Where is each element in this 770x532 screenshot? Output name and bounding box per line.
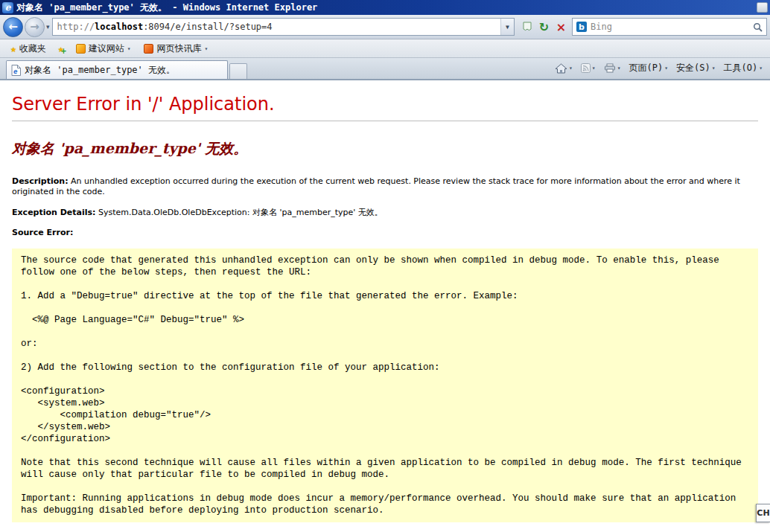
navigation-bar: ← → ▾ http://localhost:8094/e/install/?s… xyxy=(0,15,770,39)
address-dropdown-button[interactable]: ▼ xyxy=(500,19,514,35)
browser-window: e 对象名 'pa_member_type' 无效。 - Windows Int… xyxy=(0,0,770,532)
rss-icon xyxy=(581,63,591,73)
printer-icon xyxy=(604,63,616,73)
favorites-button[interactable]: ★ 收藏夹 xyxy=(4,40,52,57)
refresh-button[interactable]: ↻ xyxy=(535,19,553,36)
horizontal-rule xyxy=(12,121,758,121)
suggested-sites-icon xyxy=(76,44,86,54)
exception-details-text: System.Data.OleDb.OleDbException: 对象名 'p… xyxy=(98,208,383,217)
suggested-sites-label: 建议网站 xyxy=(89,42,124,55)
home-button[interactable]: ▾ xyxy=(552,62,576,75)
description-paragraph: Description: An unhandled exception occu… xyxy=(12,176,758,197)
source-error-label: Source Error: xyxy=(12,228,73,237)
compatibility-view-icon xyxy=(522,22,532,32)
url-path: :8094/e/install/?setup=4 xyxy=(143,22,272,32)
error-subheading: 对象名 'pa_member_type' 无效。 xyxy=(12,139,758,158)
chevron-down-icon: ▾ xyxy=(592,65,596,71)
chevron-down-icon: ▾ xyxy=(712,65,716,71)
url-domain: localhost xyxy=(95,22,143,32)
tab-bar: e 对象名 'pa_member_type' 无效。 ▾ ▾ ▾ 页面(P) ▾ xyxy=(0,58,770,80)
language-bar-indicator[interactable]: CH xyxy=(756,504,770,522)
page-menu-label: 页面(P) xyxy=(629,62,663,74)
forward-arrow-icon: → xyxy=(30,20,39,33)
source-error-paragraph: Source Error: xyxy=(12,228,758,238)
stop-button[interactable]: × xyxy=(553,19,570,36)
exception-paragraph: Exception Details: System.Data.OleDb.Ole… xyxy=(12,208,758,218)
search-input[interactable]: Bing xyxy=(591,22,612,32)
svg-text:e: e xyxy=(13,67,18,74)
url-protocol: http:// xyxy=(57,22,95,32)
window-control-button[interactable] xyxy=(757,2,768,13)
page-content: Server Error in '/' Application. 对象名 'pa… xyxy=(0,82,770,532)
search-box[interactable]: b Bing xyxy=(572,18,767,36)
page-menu[interactable]: 页面(P) ▾ xyxy=(626,60,671,76)
error-heading: Server Error in '/' Application. xyxy=(12,94,758,115)
forward-button[interactable]: → xyxy=(25,17,45,37)
exception-details-label: Exception Details: xyxy=(12,208,95,217)
star-icon: ★ xyxy=(10,44,16,54)
chevron-down-icon: ▼ xyxy=(506,24,509,31)
safety-menu-label: 安全(S) xyxy=(676,62,710,74)
bing-logo-icon: b xyxy=(576,22,587,32)
ie-logo-icon: e xyxy=(2,2,13,13)
web-slice-gallery-label: 网页快讯库 xyxy=(156,42,201,55)
add-favorite-button[interactable]: ★ + xyxy=(54,42,69,56)
command-bar: ▾ ▾ ▾ 页面(P) ▾ 安全(S) ▾ 工具(O) ▾ xyxy=(552,60,770,79)
back-button[interactable]: ← xyxy=(3,17,23,37)
chevron-down-icon: ▾ xyxy=(569,65,573,71)
plus-icon: + xyxy=(60,47,66,55)
chevron-down-icon: ▾ xyxy=(664,65,668,71)
chevron-down-icon: ▾ xyxy=(127,45,131,52)
home-icon xyxy=(555,63,567,74)
tab-active[interactable]: e 对象名 'pa_member_type' 无效。 xyxy=(6,60,228,79)
safety-menu[interactable]: 安全(S) ▾ xyxy=(673,60,719,76)
chevron-down-icon: ▾ xyxy=(204,45,208,52)
suggested-sites-button[interactable]: 建议网站 ▾ xyxy=(70,40,137,57)
chevron-down-icon: ▾ xyxy=(759,65,763,71)
tools-menu-label: 工具(O) xyxy=(723,62,757,74)
chevron-down-icon: ▾ xyxy=(617,65,621,71)
window-title: 对象名 'pa_member_type' 无效。 - Windows Inter… xyxy=(16,1,754,14)
web-slice-gallery-button[interactable]: 网页快讯库 ▾ xyxy=(138,40,214,57)
tools-menu[interactable]: 工具(O) ▾ xyxy=(720,60,766,76)
search-icon[interactable] xyxy=(753,22,763,32)
back-arrow-icon: ← xyxy=(8,20,18,33)
description-text: An unhandled exception occurred during t… xyxy=(12,176,740,196)
refresh-icon: ↻ xyxy=(539,20,549,34)
feeds-button[interactable]: ▾ xyxy=(578,62,599,74)
title-bar[interactable]: e 对象名 'pa_member_type' 无效。 - Windows Int… xyxy=(0,0,770,15)
print-button[interactable]: ▾ xyxy=(601,62,624,74)
description-label: Description: xyxy=(12,176,69,186)
source-error-box: The source code that generated this unha… xyxy=(12,249,758,522)
tab-title: 对象名 'pa_member_type' 无效。 xyxy=(25,64,175,77)
address-bar[interactable]: http://localhost:8094/e/install/?setup=4… xyxy=(52,18,515,36)
favorites-bar: ★ 收藏夹 ★ + 建议网站 ▾ 网页快讯库 ▾ xyxy=(0,39,770,58)
web-slice-gallery-icon xyxy=(144,44,153,54)
new-tab-button[interactable] xyxy=(229,63,247,79)
recent-pages-chevron-icon[interactable]: ▾ xyxy=(45,23,52,31)
compatibility-view-button[interactable] xyxy=(518,19,535,36)
favorites-label: 收藏夹 xyxy=(19,42,46,55)
page-favicon-icon: e xyxy=(11,65,21,76)
stop-icon: × xyxy=(556,20,566,34)
